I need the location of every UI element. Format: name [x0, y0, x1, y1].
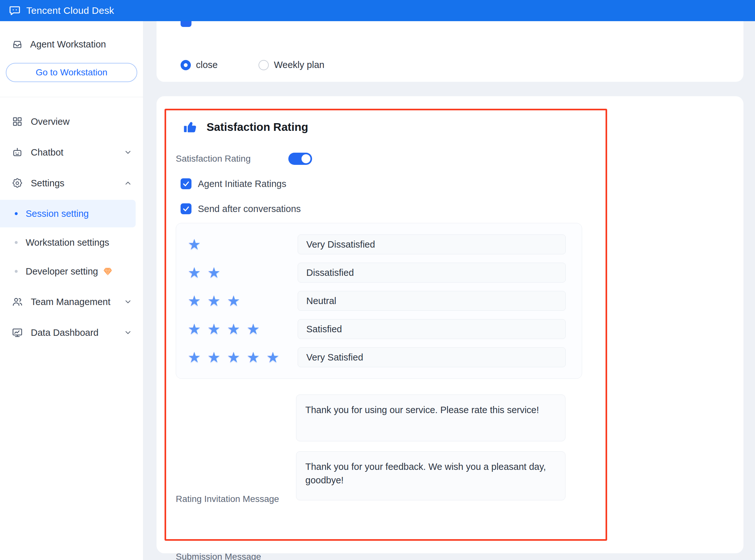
sidebar-item-settings[interactable]: Settings [0, 168, 143, 199]
submission-message-label: Submission Message [176, 552, 261, 560]
cut-off-checkbox[interactable] [181, 21, 192, 27]
radio-label: close [196, 60, 218, 70]
sidebar-item-workstation-settings[interactable]: Workstation settings [0, 229, 143, 256]
toggle-label: Satisfaction Rating [176, 154, 251, 164]
team-icon [12, 296, 23, 307]
scale-row-3: ★★★ Neutral [176, 287, 582, 315]
sidebar-item-label: Chatbot [31, 147, 116, 158]
sidebar-item-chatbot[interactable]: Chatbot [0, 137, 143, 168]
working-hours-card: close Weekly plan [157, 21, 743, 82]
sidebar-item-session-setting[interactable]: Session setting [0, 200, 136, 227]
send-after-conversations-row: Send after conversations [181, 203, 301, 214]
scale-label-input[interactable]: Very Dissatisfied [298, 235, 566, 254]
sidebar-item-label: Settings [31, 178, 116, 188]
sidebar-subitem-label: Developer setting [26, 266, 98, 277]
chat-bubble-logo-icon [8, 4, 21, 17]
scale-label-input[interactable]: Very Satisfied [298, 347, 566, 367]
scale-row-2: ★★ Dissatisfied [176, 259, 582, 287]
toggle-knob [301, 154, 311, 163]
satisfaction-toggle[interactable] [288, 153, 312, 165]
chevron-down-icon [124, 148, 132, 157]
radio-label: Weekly plan [274, 60, 324, 70]
bullet-dot [15, 212, 18, 215]
star-icons: ★★★★ [187, 322, 294, 337]
checkbox-label: Send after conversations [198, 204, 301, 214]
sidebar-item-team-management[interactable]: Team Management [0, 286, 143, 317]
submission-message-textarea[interactable]: Thank you for your feedback. We wish you… [296, 451, 565, 500]
settings-submenu: Session setting Workstation settings Dev… [0, 200, 143, 285]
sidebar-item-label: Team Management [31, 297, 116, 307]
invitation-message-label: Rating Invitation Message [176, 494, 279, 504]
scale-label-input[interactable]: Satisfied [298, 319, 566, 339]
robot-icon [12, 146, 23, 158]
app-title: Tencent Cloud Desk [26, 5, 114, 16]
radio-option-weekly-plan[interactable]: Weekly plan [259, 60, 324, 70]
thumbs-up-icon [183, 119, 198, 135]
chevron-down-icon [124, 328, 132, 337]
agent-workstation-label: Agent Workstation [30, 39, 106, 50]
sidebar-item-label: Overview [31, 116, 132, 127]
chevron-up-icon [124, 179, 132, 187]
checkbox-checked[interactable] [181, 178, 192, 189]
sidebar-item-overview[interactable]: Overview [0, 106, 143, 137]
checkbox-checked[interactable] [181, 203, 192, 214]
scale-row-4: ★★★★ Satisfied [176, 315, 582, 343]
sidebar-item-label: Data Dashboard [31, 327, 116, 338]
sidebar: Agent Workstation Go to Workstation Over… [0, 21, 143, 560]
grid-icon [12, 116, 23, 127]
card-title-row: Satisfaction Rating [183, 119, 308, 135]
bullet-dot [15, 270, 18, 273]
card-title: Satisfaction Rating [206, 121, 308, 134]
satisfaction-rating-card: Satisfaction Rating Satisfaction Rating … [157, 96, 743, 553]
radio-selected-icon[interactable] [181, 60, 191, 70]
inbox-icon [12, 39, 23, 50]
sidebar-subitem-label: Workstation settings [26, 237, 110, 248]
checkbox-label: Agent Initiate Ratings [198, 179, 286, 189]
star-icons: ★★★★★ [187, 350, 294, 365]
app-header: Tencent Cloud Desk [0, 0, 755, 21]
sidebar-item-developer-setting[interactable]: Developer setting [0, 258, 143, 285]
sidebar-subitem-label: Session setting [26, 208, 89, 219]
scale-label-input[interactable]: Neutral [298, 291, 566, 311]
chevron-down-icon [124, 298, 132, 306]
star-icons: ★ [187, 237, 294, 252]
main-content: close Weekly plan Satisfaction Rating Sa… [143, 21, 755, 560]
sidebar-item-agent-workstation[interactable]: Agent Workstation [0, 36, 143, 53]
sidebar-divider [0, 97, 143, 97]
rating-scale-panel: ★ Very Dissatisfied ★★ Dissatisfied ★★★ … [176, 223, 582, 379]
satisfaction-toggle-row: Satisfaction Rating [176, 153, 312, 165]
star-icons: ★★★ [187, 294, 294, 308]
scale-row-1: ★ Very Dissatisfied [176, 230, 582, 259]
sidebar-item-data-dashboard[interactable]: Data Dashboard [0, 317, 143, 348]
bullet-dot [15, 241, 18, 244]
agent-initiate-ratings-row: Agent Initiate Ratings [181, 178, 286, 189]
orange-gem-icon [103, 266, 113, 277]
gear-icon [12, 177, 23, 189]
radio-unselected-icon[interactable] [259, 60, 269, 70]
scale-label-input[interactable]: Dissatisfied [298, 263, 566, 283]
invitation-message-textarea[interactable]: Thank you for using our service. Please … [296, 395, 565, 441]
radio-option-close[interactable]: close [181, 60, 218, 70]
go-to-workstation-button[interactable]: Go to Workstation [6, 63, 137, 82]
star-icons: ★★ [187, 265, 294, 280]
scale-row-5: ★★★★★ Very Satisfied [176, 343, 582, 372]
monitor-chart-icon [12, 327, 23, 338]
